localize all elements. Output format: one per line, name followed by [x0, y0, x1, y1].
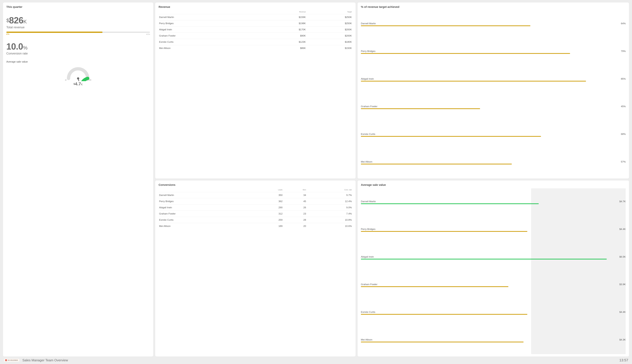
- bar-fill: [361, 108, 480, 109]
- table-cell: $200K: [306, 26, 352, 33]
- table-row: Esmée Curtis$123K$180K: [158, 39, 352, 45]
- clock: 13:57: [619, 358, 628, 362]
- table-cell: 9.0%: [306, 204, 352, 211]
- bar-row-value: 79%: [621, 50, 626, 52]
- dashboard-grid: This quarter $826K Total revenue 67% $1.…: [3, 2, 629, 356]
- bar-row-name: Darnell Martin: [361, 22, 376, 25]
- column-header: Leads: [254, 188, 283, 192]
- bar-track: [361, 203, 626, 204]
- table-cell: $159K: [260, 14, 306, 20]
- total-revenue-section: $826K Total revenue 67% $1.2M: [6, 16, 150, 35]
- table-cell: 10.6%: [306, 223, 352, 229]
- pct-target-title: % of revenue target achieved: [361, 5, 626, 8]
- bar-fill: [361, 203, 539, 204]
- pct-target-card: % of revenue target achieved Darnell Mar…: [358, 2, 629, 178]
- bar-fill: [361, 81, 586, 82]
- table-cell: 28: [283, 217, 306, 223]
- table-cell: 26: [283, 204, 306, 211]
- bar-fill: [361, 231, 527, 232]
- conversion-unit: %: [23, 45, 28, 50]
- bar-track: [361, 108, 626, 109]
- table-cell: $250K: [306, 14, 352, 20]
- bar-row: Mei Allison57%: [361, 160, 626, 164]
- progress-fill: [6, 32, 102, 33]
- table-row: Graham Fowler312237.4%: [158, 211, 352, 217]
- revenue-table: RevenueTarget Darnell Martin$159K$250KPe…: [158, 10, 352, 51]
- table-cell: 312: [254, 211, 283, 217]
- table-cell: 34: [283, 192, 306, 198]
- table-cell: 362: [254, 198, 283, 204]
- avg-sale-shade: [531, 188, 626, 354]
- table-cell: 23: [283, 211, 306, 217]
- bar-row: Abigail Irwin$6.5K: [361, 256, 626, 260]
- bar-row-name: Darnell Martin: [361, 200, 376, 203]
- column-header: [158, 10, 260, 14]
- avg-sale-label: Average sale value: [6, 60, 150, 63]
- conversions-card: Conversions LeadsWonConv. rate Darnell M…: [155, 180, 356, 356]
- total-revenue-value: $826K: [6, 16, 150, 25]
- bar-track: [361, 26, 626, 26]
- table-row: Graham Fowler$90K$200K: [158, 33, 352, 39]
- bar-row-value: $4.3K: [619, 338, 626, 341]
- currency-symbol: $: [6, 18, 9, 23]
- table-cell: 290: [254, 204, 283, 211]
- bar-fill: [361, 164, 512, 164]
- table-cell: $198K: [260, 20, 306, 26]
- bar-row: Mei Allison$4.3K: [361, 338, 626, 342]
- table-row: Mei Allison$86K$150K: [158, 45, 352, 51]
- bar-row-value: 45%: [621, 105, 626, 108]
- bar-row-name: Graham Fowler: [361, 105, 378, 108]
- table-cell: $86K: [260, 45, 306, 51]
- bar-track: [361, 81, 626, 82]
- column-header: Won: [283, 188, 306, 192]
- conversion-label: Conversion rate: [6, 52, 150, 55]
- bar-row-name: Esmée Curtis: [361, 133, 375, 136]
- bar-track: [361, 136, 626, 137]
- table-cell: $200K: [306, 33, 352, 39]
- table-cell: Abigail Irwin: [158, 204, 253, 211]
- bar-row-name: Graham Fowler: [361, 283, 378, 286]
- column-header: Revenue: [260, 10, 306, 14]
- bar-row-value: 68%: [621, 133, 626, 136]
- bar-track: [361, 53, 626, 54]
- table-cell: 7.4%: [306, 211, 352, 217]
- bar-row-name: Perry Bridges: [361, 228, 376, 230]
- avg-sale-bars: Darnell Martin$4.7KPerry Bridges$4.4KAbi…: [361, 188, 626, 354]
- table-cell: Abigail Irwin: [158, 26, 260, 33]
- column-header: Target: [306, 10, 352, 14]
- table-cell: 12.4%: [306, 198, 352, 204]
- conversions-table: LeadsWonConv. rate Darnell Martin350349.…: [158, 188, 352, 229]
- table-cell: $170K: [260, 26, 306, 33]
- bar-row-name: Esmée Curtis: [361, 311, 375, 314]
- conversions-title: Conversions: [158, 183, 352, 186]
- table-cell: 10.8%: [306, 217, 352, 223]
- bar-fill: [361, 53, 570, 54]
- bar-track: [361, 259, 626, 260]
- bar-row: Abigail Irwin85%: [361, 78, 626, 82]
- bar-row: Graham Fowler45%: [361, 105, 626, 109]
- bar-row-name: Mei Allison: [361, 338, 372, 341]
- table-cell: 20: [283, 223, 306, 229]
- table-row: Perry Bridges3624512.4%: [158, 198, 352, 204]
- bar-row-value: $6.5K: [619, 256, 626, 258]
- bar-row: Perry Bridges79%: [361, 50, 626, 54]
- revenue-number: 826: [9, 16, 24, 25]
- brand-logo-icon: [5, 359, 7, 361]
- table-cell: 45: [283, 198, 306, 204]
- bar-track: [361, 231, 626, 232]
- pct-target-bars: Darnell Martin64%Perry Bridges79%Abigail…: [361, 10, 626, 176]
- quarter-title: This quarter: [6, 5, 150, 8]
- bar-fill: [361, 136, 541, 137]
- table-cell: Mei Allison: [158, 223, 253, 229]
- table-cell: Graham Fowler: [158, 33, 260, 39]
- revenue-progress: 67% $1.2M: [6, 32, 150, 35]
- table-cell: $150K: [306, 45, 352, 51]
- revenue-unit: K: [24, 19, 27, 24]
- bar-row-value: $4.7K: [619, 200, 626, 203]
- gauge-max: $8,000: [87, 79, 91, 81]
- bar-track: [361, 286, 626, 287]
- conversion-number: 10.0: [6, 42, 23, 52]
- bar-fill: [361, 286, 508, 287]
- bar-track: [361, 164, 626, 164]
- gauge-svg: [64, 65, 92, 81]
